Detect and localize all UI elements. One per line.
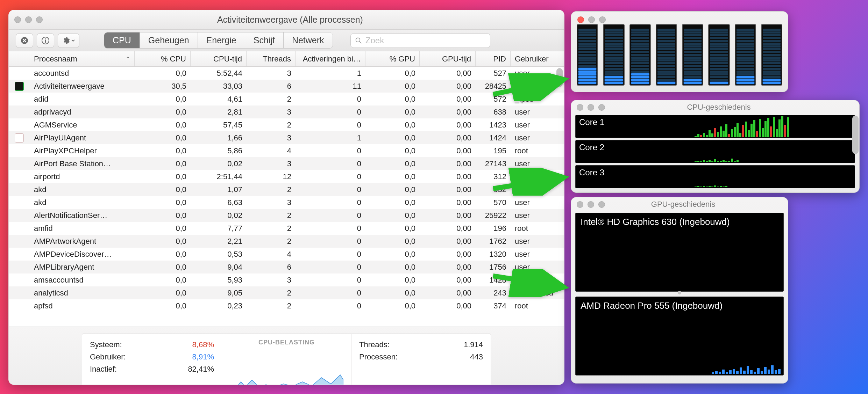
- cell-cpu-time: 1,07: [191, 185, 247, 194]
- table-row[interactable]: AirPlayXPCHelper0,05,86400,00,00195root: [9, 144, 564, 157]
- col-threads[interactable]: Threads: [247, 51, 296, 66]
- cell-process-name: AirPlayXPCHelper: [30, 146, 135, 155]
- cell-gpu: 0,0: [365, 95, 420, 104]
- table-row[interactable]: akd0,01,07200,00,00632root: [9, 183, 564, 196]
- table-row[interactable]: AirPort Base Station…0,00,02300,00,00271…: [9, 157, 564, 170]
- zoom-button[interactable]: [599, 16, 606, 23]
- window-controls: [577, 104, 605, 111]
- table-header: Procesnaam ⌃ % CPU CPU-tijd Threads Acti…: [9, 51, 564, 67]
- window-title: Activiteitenweergave (Alle processen): [43, 15, 538, 25]
- table-row[interactable]: adprivacyd0,02,81300,00,00638user: [9, 105, 564, 118]
- stop-process-button[interactable]: [16, 33, 33, 48]
- cpu-bar: [629, 24, 651, 86]
- minimize-button[interactable]: [588, 201, 594, 208]
- col-process-name[interactable]: Procesnaam ⌃: [30, 51, 135, 66]
- cell-wakeups: 1: [296, 69, 365, 78]
- vertical-scrollbar[interactable]: [852, 116, 858, 190]
- cell-pid: 28425: [476, 82, 511, 91]
- cell-cpu-time: 0,23: [191, 301, 247, 311]
- sort-asc-icon: ⌃: [126, 56, 130, 62]
- cell-pid: 1423: [476, 121, 511, 130]
- tab-network[interactable]: Netwerk: [284, 32, 333, 48]
- cell-wakeups: 0: [296, 185, 365, 194]
- search-icon: [355, 37, 362, 44]
- table-row[interactable]: apfsd0,00,23200,00,00374root: [9, 299, 564, 312]
- stat-row: Inactief:82,41%: [90, 363, 214, 375]
- table-row[interactable]: AMPArtworkAgent0,02,21200,00,001762user: [9, 235, 564, 248]
- tab-cpu[interactable]: CPU: [104, 32, 140, 48]
- info-button[interactable]: [37, 33, 54, 48]
- process-table[interactable]: accountsd0,05:52,44310,00,00527userActiv…: [9, 67, 564, 327]
- table-row[interactable]: AMPDeviceDiscover…0,00,53400,00,001320us…: [9, 248, 564, 261]
- col-gpu-time[interactable]: GPU-tijd: [420, 51, 476, 66]
- cpu-history-window[interactable]: CPU-geschiedenis Core 1Core 2Core 3: [571, 100, 860, 193]
- cell-cpu: 0,0: [135, 133, 191, 143]
- stat-row: Systeem:8,68%: [90, 339, 214, 351]
- table-row[interactable]: AMPLibraryAgent0,09,04600,00,001756user: [9, 261, 564, 273]
- table-row[interactable]: amfid0,07,77200,00,00196root: [9, 222, 564, 235]
- cell-pid: 374: [476, 301, 511, 311]
- gpu-history-window[interactable]: GPU-geschiedenis Intel® HD Graphics 630 …: [571, 197, 788, 384]
- cell-wakeups: 0: [296, 108, 365, 117]
- gpu-history-pane: AMD Radeon Pro 555 (Ingebouwd): [575, 297, 784, 375]
- cell-gpu: 0,0: [365, 263, 420, 272]
- table-row[interactable]: airportd0,02:51,441200,00,00312root: [9, 170, 564, 183]
- minimize-button[interactable]: [588, 16, 595, 23]
- svg-point-3: [45, 38, 46, 39]
- zoom-button[interactable]: [36, 16, 43, 23]
- cell-cpu: 0,0: [135, 198, 191, 207]
- tab-energy[interactable]: Energie: [198, 32, 245, 48]
- cell-gpu-time: 0,00: [420, 121, 476, 130]
- zoom-button[interactable]: [598, 104, 605, 111]
- col-cpu-time[interactable]: CPU-tijd: [191, 51, 247, 66]
- col-user[interactable]: Gebruiker: [511, 51, 564, 66]
- table-row[interactable]: amsaccountsd0,05,93300,00,001428user: [9, 273, 564, 286]
- titlebar[interactable]: GPU-geschiedenis: [571, 197, 788, 211]
- cell-process-name: amfid: [30, 224, 135, 233]
- cell-gpu-time: 0,00: [420, 237, 476, 246]
- core-label: Core 2: [579, 143, 604, 152]
- titlebar[interactable]: CPU-geschiedenis: [571, 100, 859, 114]
- minimize-button[interactable]: [588, 104, 594, 111]
- table-row[interactable]: AlertNotificationSer…0,00,02200,00,00259…: [9, 209, 564, 222]
- scroll-thumb[interactable]: [852, 116, 859, 154]
- table-row[interactable]: accountsd0,05:52,44310,00,00527user: [9, 67, 564, 80]
- gear-icon: [62, 37, 70, 44]
- cell-cpu-time: 0,53: [191, 250, 247, 259]
- col-cpu-percent[interactable]: % CPU: [135, 51, 191, 66]
- close-button[interactable]: [577, 16, 584, 23]
- vertical-scrollbar[interactable]: [556, 68, 563, 325]
- tab-disk[interactable]: Schijf: [245, 32, 284, 48]
- cpu-bar: [735, 24, 756, 86]
- table-row[interactable]: Activiteitenweergave30,533,036110,00,002…: [9, 80, 564, 93]
- col-pid[interactable]: PID: [476, 51, 511, 66]
- cell-cpu: 0,0: [135, 237, 191, 246]
- cell-threads: 3: [247, 276, 296, 285]
- gpu-history-pane: Intel® HD Graphics 630 (Ingebouwd): [575, 213, 784, 292]
- resize-handle[interactable]: [678, 291, 681, 294]
- cell-process-name: akd: [30, 198, 135, 207]
- minimize-button[interactable]: [25, 16, 32, 23]
- options-button[interactable]: [58, 33, 79, 48]
- cell-process-name: AMPArtworkAgent: [30, 237, 135, 246]
- table-row[interactable]: AGMService0,057,45200,00,001423user: [9, 118, 564, 131]
- table-row[interactable]: AirPlayUIAgent0,01,66310,00,001424user: [9, 131, 564, 144]
- table-row[interactable]: adid0,04,61200,00,00572_fpsd: [9, 93, 564, 105]
- cell-process-name: apfsd: [30, 301, 135, 311]
- search-field[interactable]: [350, 33, 490, 48]
- tab-memory[interactable]: Geheugen: [140, 32, 198, 48]
- close-button[interactable]: [577, 104, 583, 111]
- titlebar[interactable]: Activiteitenweergave (Alle processen): [9, 10, 564, 30]
- zoom-button[interactable]: [598, 201, 605, 208]
- cpu-bars-window[interactable]: [571, 11, 788, 92]
- table-row[interactable]: analyticsd0,09,05200,00,00243_analyticsd: [9, 286, 564, 299]
- scroll-thumb[interactable]: [556, 68, 563, 87]
- search-input[interactable]: [365, 36, 486, 45]
- close-button[interactable]: [577, 201, 583, 208]
- col-wakeups[interactable]: Activeringen bi…: [296, 51, 365, 66]
- col-gpu-percent[interactable]: % GPU: [365, 51, 420, 66]
- table-row[interactable]: akd0,06,63300,00,00570user: [9, 196, 564, 209]
- cell-pid: 1756: [476, 263, 511, 272]
- close-button[interactable]: [14, 16, 21, 23]
- cell-pid: 243: [476, 289, 511, 298]
